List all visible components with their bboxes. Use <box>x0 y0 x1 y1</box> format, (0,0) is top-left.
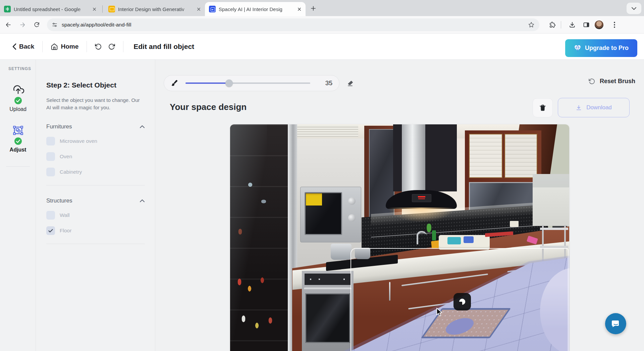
address-bar[interactable]: spacely.ai/app/tool/edit-and-fill <box>47 18 539 31</box>
browser-toolbar: spacely.ai/app/tool/edit-and-fill <box>0 16 644 34</box>
brush-size-value: 35 <box>325 79 332 87</box>
menu-kebab-icon[interactable] <box>609 19 620 31</box>
panel-title: Step 2: Select Object <box>46 81 145 89</box>
canvas-title: Your space design <box>170 102 247 112</box>
chat-launcher-button[interactable] <box>605 313 626 334</box>
reset-brush-button[interactable]: Reset Brush <box>587 76 637 87</box>
rail-divider <box>6 166 30 167</box>
step-label: Adjust <box>10 147 26 153</box>
eraser-button[interactable] <box>344 78 356 89</box>
checkbox-row-oven[interactable]: Oven <box>46 152 145 161</box>
chevron-up-icon[interactable] <box>140 199 145 202</box>
kitchen-photo-canvas[interactable] <box>230 124 569 351</box>
brush-size-slider[interactable] <box>185 80 310 86</box>
photo-dish <box>447 237 461 244</box>
home-icon <box>51 43 58 50</box>
select-object-panel: Step 2: Select Object Select the object … <box>36 60 155 351</box>
settings-rail: SETTINGS Upload Adjust <box>0 60 36 351</box>
redo-icon <box>108 43 115 50</box>
undo-icon <box>95 43 102 50</box>
app-header: Back Home Edit and fill object Upgrade t… <box>0 34 644 60</box>
tab-sheets[interactable]: Untitled spreadsheet - Google <box>0 2 101 16</box>
site-info-icon[interactable] <box>52 22 58 28</box>
section-title: Structures <box>46 197 72 204</box>
tab-close-icon[interactable] <box>296 6 302 12</box>
new-tab-button[interactable] <box>308 3 318 13</box>
adjust-frame-icon <box>13 125 23 135</box>
section-furnitures-header[interactable]: Furnitures <box>46 123 145 130</box>
slider-thumb[interactable] <box>225 79 233 87</box>
photo-microwave-sticker <box>306 193 322 206</box>
photo-faucet <box>417 231 427 244</box>
checkbox-checked[interactable] <box>46 226 55 235</box>
section-structures-header[interactable]: Structures <box>46 197 145 204</box>
brush-size-ring-icon <box>458 297 466 306</box>
redo-button[interactable] <box>105 40 118 53</box>
checkbox-row-wall[interactable]: Wall <box>46 211 145 220</box>
browser-download-icon[interactable] <box>567 19 578 31</box>
step-adjust[interactable]: Adjust <box>0 125 36 153</box>
photo-dish <box>464 236 474 243</box>
window-chevron-button[interactable] <box>627 3 641 14</box>
photo-oven-door <box>305 293 350 343</box>
photo-pantry-glass <box>230 124 267 351</box>
chevron-left-icon <box>12 43 16 50</box>
checkbox-row-floor[interactable]: Floor <box>46 226 145 235</box>
tab-spacely-active[interactable]: Spacely AI | AI Interior Desig <box>205 2 306 16</box>
tab-close-icon[interactable] <box>91 6 97 12</box>
photo-hanging-item <box>427 224 431 232</box>
checkbox-row-microwave-oven[interactable]: Microwave oven <box>46 137 145 145</box>
upgrade-to-pro-button[interactable]: Upgrade to Pro <box>565 39 637 57</box>
photo-outlet <box>510 221 519 227</box>
back-nav-icon[interactable] <box>3 19 14 31</box>
photo-microwave-knob <box>348 197 356 205</box>
reload-icon[interactable] <box>31 19 42 31</box>
side-panel-icon[interactable] <box>581 19 592 31</box>
tab-close-icon[interactable] <box>196 6 202 12</box>
checkbox[interactable] <box>46 152 55 161</box>
photo-pot <box>331 244 352 260</box>
undo-button[interactable] <box>92 40 105 53</box>
home-button[interactable]: Home <box>47 40 82 53</box>
reset-icon <box>588 78 595 85</box>
toolbar-separator <box>561 21 561 28</box>
header-divider <box>42 41 43 52</box>
tab-separator <box>102 5 103 13</box>
checkbox[interactable] <box>46 168 55 176</box>
check-circle-icon <box>14 97 22 105</box>
checkbox[interactable] <box>46 211 55 220</box>
slider-fill <box>185 82 229 84</box>
google-slides-icon <box>108 6 115 12</box>
url-text: spacely.ai/app/tool/edit-and-fill <box>62 22 528 28</box>
checkbox-row-cabinetry[interactable]: Cabinetry <box>46 168 145 176</box>
checkbox-label: Floor <box>60 228 71 234</box>
header-divider <box>87 41 87 52</box>
back-button[interactable]: Back <box>9 40 38 53</box>
profile-avatar[interactable] <box>595 20 603 29</box>
page-title: Edit and fill object <box>133 43 194 51</box>
tab-title: Interior Design with Generativ <box>118 6 196 12</box>
browser-tabstrip: Untitled spreadsheet - Google Interior D… <box>0 0 644 16</box>
checkbox[interactable] <box>46 137 55 145</box>
paintbrush-icon[interactable] <box>171 79 178 87</box>
browser-actions <box>544 19 620 31</box>
download-button[interactable]: Download <box>558 98 630 117</box>
delete-design-button[interactable] <box>533 98 553 117</box>
tab-slides[interactable]: Interior Design with Generativ <box>104 2 205 16</box>
checkbox-label: Wall <box>60 212 70 218</box>
chat-bubble-icon <box>611 319 621 329</box>
step-upload[interactable]: Upload <box>0 85 36 112</box>
bookmark-star-icon[interactable] <box>528 21 535 28</box>
forward-nav-icon[interactable] <box>17 19 28 31</box>
extensions-icon[interactable] <box>547 19 558 31</box>
header-divider <box>123 41 123 52</box>
chevron-up-icon[interactable] <box>140 125 145 128</box>
spacely-favicon <box>209 6 216 12</box>
photo-oven-handle <box>304 288 352 290</box>
settings-label: SETTINGS <box>8 66 31 71</box>
checkbox-label: Cabinetry <box>60 169 82 175</box>
step-label: Upload <box>9 106 26 112</box>
check-circle-icon <box>14 137 22 145</box>
photo-microwave-knob <box>348 214 356 222</box>
brush-size-control: 35 <box>164 75 339 91</box>
